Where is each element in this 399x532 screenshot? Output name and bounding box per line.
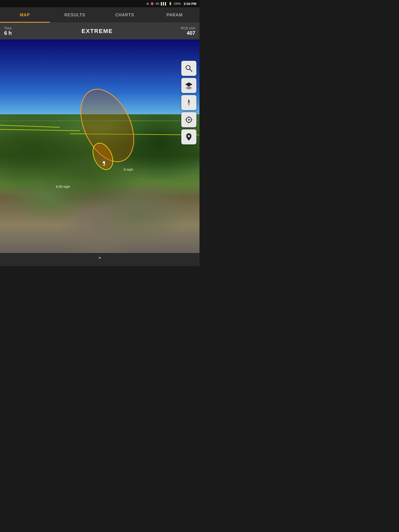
ros-info: ROS ch/h 407 <box>169 26 195 36</box>
mute-status-icon: 🔇 <box>150 2 154 5</box>
ros-label: ROS ch/h <box>181 26 195 30</box>
signal-bars-icon: ▌▌▌ <box>161 2 167 5</box>
compass-icon <box>185 98 193 107</box>
svg-line-1 <box>190 69 192 71</box>
tab-charts[interactable]: CHARTS <box>100 7 150 23</box>
network-status-icon: 4G <box>156 2 159 5</box>
svg-point-7 <box>188 119 190 121</box>
battery-percent: 100% <box>174 2 181 5</box>
map-area[interactable]: 8.05 mph 0 mph <box>0 39 200 253</box>
clock: 3:04 PM <box>184 2 196 6</box>
tab-param[interactable]: PARAM <box>150 7 200 23</box>
wind-speed-left-label: 8.05 mph <box>56 185 70 189</box>
expand-icon[interactable]: ⌃ <box>97 256 102 263</box>
location-button[interactable] <box>181 112 196 127</box>
tab-results[interactable]: RESULTS <box>50 7 100 23</box>
tab-bar: MAP RESULTS CHARTS PARAM <box>0 7 200 23</box>
svg-marker-5 <box>188 103 190 106</box>
location-icon <box>185 116 193 124</box>
status-bar: ⊕ 🔇 4G ▌▌▌ 🔋 100% 3:04 PM <box>0 0 200 7</box>
time-value: 6 h <box>4 30 25 36</box>
svg-marker-4 <box>188 99 190 103</box>
bottom-bar[interactable]: ⌃ <box>0 253 200 266</box>
ros-value: 407 <box>187 30 195 36</box>
location-status-icon: ⊕ <box>147 2 149 5</box>
compass-button[interactable] <box>181 95 196 110</box>
layers-icon <box>185 81 193 90</box>
info-bar: Time 6 h EXTREME ROS ch/h 407 <box>0 23 200 39</box>
battery-icon: 🔋 <box>169 2 172 5</box>
svg-marker-2 <box>185 82 192 87</box>
time-info: Time 6 h <box>4 26 25 36</box>
wind-speed-right-label: 0 mph <box>124 168 133 171</box>
condition-label: EXTREME <box>82 28 113 35</box>
condition-info: EXTREME <box>25 28 169 35</box>
layers-button[interactable] <box>181 78 196 93</box>
search-button[interactable] <box>181 61 196 76</box>
search-icon <box>185 64 193 72</box>
map-controls <box>181 61 196 144</box>
pin-button[interactable] <box>181 129 196 144</box>
time-label: Time <box>4 26 25 30</box>
tab-map[interactable]: MAP <box>0 7 50 23</box>
svg-point-12 <box>188 135 190 137</box>
svg-marker-3 <box>185 86 192 90</box>
pin-icon <box>185 133 193 141</box>
